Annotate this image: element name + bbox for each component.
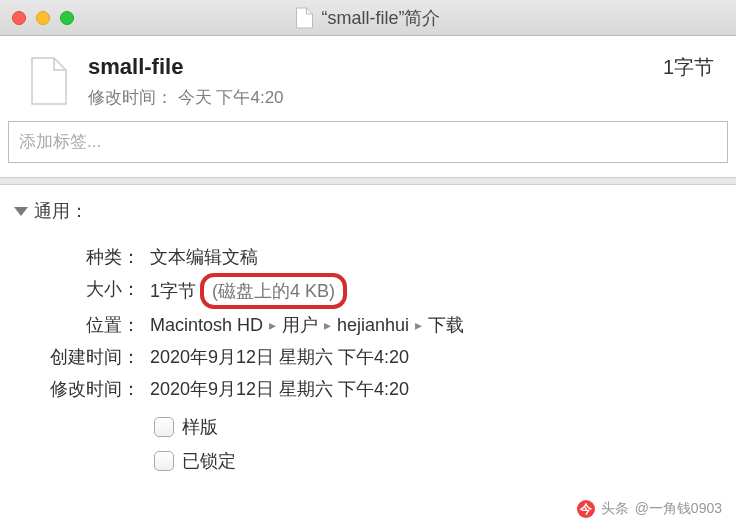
kind-value: 文本编辑文稿 <box>150 241 258 273</box>
size-value: 1字节 <box>150 275 196 307</box>
stationery-checkbox[interactable] <box>154 417 174 437</box>
file-name: small-file <box>88 54 663 80</box>
file-header: small-file 修改时间： 今天 下午4:20 1字节 <box>0 36 736 121</box>
size-label: 大小： <box>36 273 150 309</box>
file-size-summary: 1字节 <box>663 54 714 81</box>
row-modified: 修改时间： 2020年9月12日 星期六 下午4:20 <box>36 373 722 405</box>
path-separator-icon: ▸ <box>269 309 276 341</box>
row-kind: 种类： 文本编辑文稿 <box>36 241 722 273</box>
locked-checkbox[interactable] <box>154 451 174 471</box>
zoom-icon[interactable] <box>60 11 74 25</box>
disclosure-triangle-icon[interactable] <box>14 207 28 216</box>
row-where: 位置： Macintosh HD ▸ 用户 ▸ hejianhui ▸ 下载 <box>36 309 722 341</box>
general-header[interactable]: 通用： <box>14 199 722 223</box>
modified-value: 2020年9月12日 星期六 下午4:20 <box>150 373 409 405</box>
watermark-author: @一角钱0903 <box>635 500 722 518</box>
size-on-disk: (磁盘上的4 KB) <box>200 273 347 309</box>
row-created: 创建时间： 2020年9月12日 星期六 下午4:20 <box>36 341 722 373</box>
created-value: 2020年9月12日 星期六 下午4:20 <box>150 341 409 373</box>
file-icon <box>22 54 76 108</box>
tags-section: 添加标签... <box>0 121 736 177</box>
kind-label: 种类： <box>36 241 150 273</box>
row-size: 大小： 1字节 (磁盘上的4 KB) <box>36 273 722 309</box>
stationery-label: 样版 <box>182 415 218 439</box>
locked-label: 已锁定 <box>182 449 236 473</box>
path-separator-icon: ▸ <box>324 309 331 341</box>
locked-row: 已锁定 <box>154 449 722 473</box>
section-divider <box>0 177 736 185</box>
general-title: 通用： <box>34 199 88 223</box>
titlebar: “small-file”简介 <box>0 0 736 36</box>
path-separator-icon: ▸ <box>415 309 422 341</box>
created-label: 创建时间： <box>36 341 150 373</box>
document-icon <box>296 7 314 29</box>
close-icon[interactable] <box>12 11 26 25</box>
window-title-text: “small-file”简介 <box>322 6 441 30</box>
watermark-prefix: 头条 <box>601 500 629 518</box>
general-info: 种类： 文本编辑文稿 大小： 1字节 (磁盘上的4 KB) 位置： Macint… <box>14 223 722 473</box>
tags-input[interactable]: 添加标签... <box>8 121 728 163</box>
watermark: 今 头条 @一角钱0903 <box>577 500 722 518</box>
general-section: 通用： 种类： 文本编辑文稿 大小： 1字节 (磁盘上的4 KB) 位置： Ma… <box>0 185 736 473</box>
window-controls <box>12 11 74 25</box>
window-title: “small-file”简介 <box>296 6 441 30</box>
modified-label: 修改时间： <box>36 373 150 405</box>
where-value: Macintosh HD ▸ 用户 ▸ hejianhui ▸ 下载 <box>150 309 464 341</box>
where-label: 位置： <box>36 309 150 341</box>
watermark-logo-icon: 今 <box>577 500 595 518</box>
stationery-row: 样版 <box>154 415 722 439</box>
file-modified-summary: 修改时间： 今天 下午4:20 <box>88 86 663 109</box>
minimize-icon[interactable] <box>36 11 50 25</box>
